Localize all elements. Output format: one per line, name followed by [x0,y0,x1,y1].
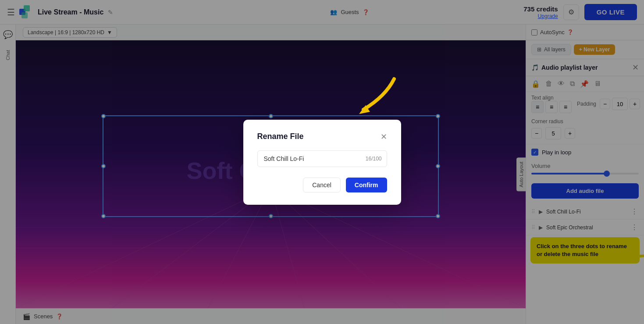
modal-header: Rename File ✕ [257,132,387,142]
modal-close-button[interactable]: ✕ [381,132,387,142]
annotation-arrow-svg [350,75,403,118]
confirm-button[interactable]: Confirm [346,178,387,192]
annotation-arrow [350,75,403,120]
rename-file-modal: Rename File ✕ 16/100 Cancel Confirm [243,120,401,205]
modal-title: Rename File [257,132,304,141]
svg-marker-14 [359,105,370,114]
modal-overlay[interactable]: Rename File ✕ 16/100 Cancel Confirm [0,0,644,324]
char-count: 16/100 [366,156,382,162]
modal-input-container: 16/100 [257,150,387,167]
cancel-button[interactable]: Cancel [303,178,341,192]
modal-actions: Cancel Confirm [257,178,387,192]
